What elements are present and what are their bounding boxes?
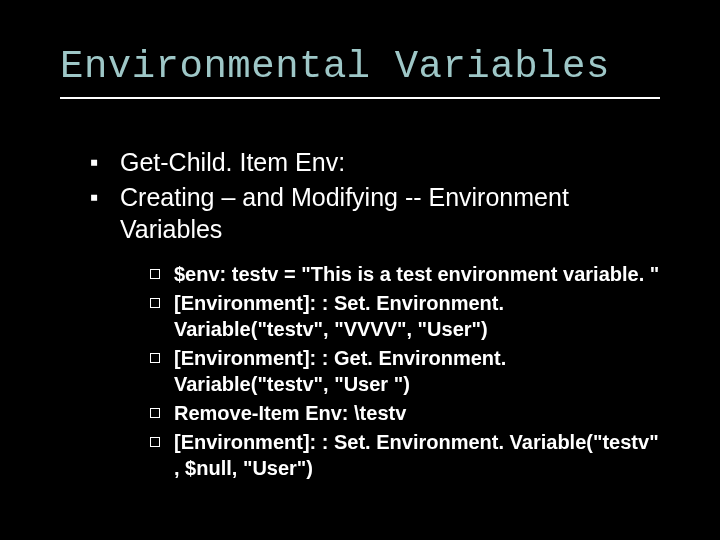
list-item: [Environment]: : Get. Environment. Varia…	[154, 345, 660, 397]
list-item: [Environment]: : Set. Environment. Varia…	[154, 290, 660, 342]
list-item-text: [Environment]: : Get. Environment. Varia…	[174, 347, 506, 395]
list-item: Creating – and Modifying -- Environment …	[98, 182, 660, 481]
list-item-text: Creating – and Modifying -- Environment …	[120, 183, 569, 242]
list-item-text: [Environment]: : Set. Environment. Varia…	[174, 292, 504, 340]
title-underline	[60, 97, 660, 99]
list-item: Remove-Item Env: \testv	[154, 400, 660, 426]
list-item: [Environment]: : Set. Environment. Varia…	[154, 429, 660, 481]
slide-title: Environmental Variables	[60, 45, 660, 89]
list-item-text: [Environment]: : Set. Environment. Varia…	[174, 431, 659, 479]
slide: Environmental Variables Get-Child. Item …	[0, 0, 720, 540]
list-item-text: Get-Child. Item Env:	[120, 148, 345, 176]
list-item-text: $env: testv = "This is a test environmen…	[174, 263, 659, 285]
list-item: Get-Child. Item Env:	[98, 147, 660, 178]
bullet-list-level2: $env: testv = "This is a test environmen…	[120, 261, 660, 481]
list-item-text: Remove-Item Env: \testv	[174, 402, 406, 424]
bullet-list-level1: Get-Child. Item Env: Creating – and Modi…	[60, 147, 660, 481]
list-item: $env: testv = "This is a test environmen…	[154, 261, 660, 287]
